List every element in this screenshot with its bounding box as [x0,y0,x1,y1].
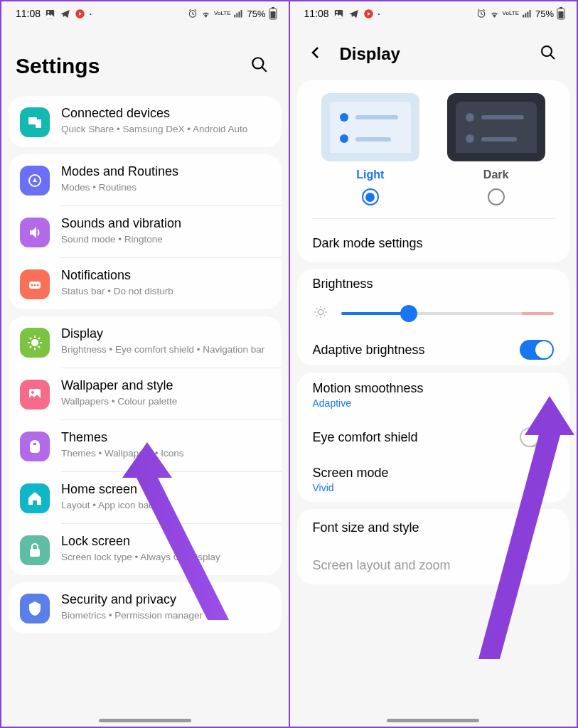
more-dot: • [90,11,92,17]
light-preview-icon [321,93,419,161]
brightness-card: Brightness Adaptive brightness [297,269,570,365]
font-size-row[interactable]: Font size and style [297,509,570,547]
settings-item[interactable]: Themes Themes • Wallpapers • Icons [9,420,282,471]
item-title: Modes and Routines [61,164,270,179]
home-icon [20,483,50,513]
settings-item[interactable]: Connected devices Quick Share • Samsung … [9,96,282,147]
screen-mode-label: Screen mode [313,466,555,481]
item-subtitle: Status bar • Do not disturb [61,285,270,298]
brightness-slider[interactable] [341,312,555,315]
adaptive-brightness-toggle[interactable] [520,340,554,360]
svg-point-14 [37,284,39,287]
motion-smoothness-row[interactable]: Motion smoothness Adaptive [297,373,570,417]
battery-percent: 75% [535,9,554,19]
back-button[interactable] [304,41,327,66]
screen-layout-row[interactable]: Screen layout and zoom [297,547,570,584]
themes-icon [20,432,50,461]
motion-card: Motion smoothness Adaptive Eye comfort s… [297,373,570,502]
item-title: Security and privacy [61,592,270,607]
item-subtitle: Layout • App icon badges [61,499,270,512]
header: Display [290,26,577,80]
page-title: Settings [16,54,100,78]
settings-group: Connected devices Quick Share • Samsung … [9,96,282,147]
settings-item[interactable]: Notifications Status bar • Do not distur… [9,258,282,309]
settings-item[interactable]: Lock screen Screen lock type • Always On… [9,524,282,575]
light-radio[interactable] [362,188,379,205]
brightness-low-icon [313,304,328,323]
clock: 11:08 [304,8,329,19]
eye-comfort-label: Eye comfort shield [313,430,418,445]
item-subtitle: Brightness • Eye comfort shield • Naviga… [61,343,270,356]
battery-percent: 75% [247,9,265,19]
wifi-icon [200,9,211,19]
nav-handle[interactable] [387,719,479,722]
search-icon [250,55,269,74]
dark-theme-option[interactable]: Dark [444,93,548,205]
svg-rect-25 [559,11,564,18]
telegram-icon [60,9,70,19]
dark-mode-settings-row[interactable]: Dark mode settings [297,225,570,262]
item-subtitle: Sound mode • Ringtone [61,233,270,246]
svg-rect-18 [30,549,40,557]
alarm-icon [188,9,198,18]
settings-item[interactable]: Modes and Routines Modes • Routines [9,154,282,205]
settings-item[interactable]: Home screen Layout • App icon badges [9,472,282,523]
search-button[interactable] [245,50,274,82]
screen-mode-row[interactable]: Screen mode Vivid [297,457,570,502]
item-subtitle: Modes • Routines [61,181,270,194]
settings-item[interactable]: Security and privacy Biometrics • Permis… [9,582,282,633]
more-dot: • [378,11,380,17]
battery-icon [557,7,565,20]
page-title: Display [340,44,522,64]
gallery-icon [45,9,55,19]
settings-list[interactable]: Connected devices Quick Share • Samsung … [1,96,289,633]
gallery-icon [333,9,344,19]
svg-point-13 [34,284,36,287]
settings-screen: 11:08 • VoLTE 75% Settings [1,1,290,727]
settings-item[interactable]: Wallpaper and style Wallpapers • Colour … [9,368,282,419]
brightness-label: Brightness [313,277,555,291]
light-theme-option[interactable]: Light [319,93,423,205]
svg-point-15 [31,339,38,346]
battery-icon [269,7,277,20]
item-subtitle: Quick Share • Samsung DeX • Android Auto [61,123,270,136]
settings-group: Security and privacy Biometrics • Permis… [9,582,282,633]
status-bar: 11:08 • VoLTE 75% [290,1,577,26]
item-title: Display [61,326,270,341]
item-title: Notifications [61,268,270,283]
search-button[interactable] [534,38,562,69]
motion-label: Motion smoothness [313,381,555,396]
sound-icon [20,218,50,247]
settings-group: Modes and Routines Modes • Routines Soun… [9,154,282,309]
settings-item[interactable]: Display Brightness • Eye comfort shield … [9,316,282,368]
signal-icon [233,9,244,19]
back-icon [307,44,324,61]
modes-icon [20,166,50,196]
youtube-icon [363,9,374,19]
svg-point-7 [252,58,263,68]
dark-radio[interactable] [488,188,505,205]
nav-handle[interactable] [99,719,191,722]
svg-point-17 [31,391,34,394]
font-card: Font size and style Screen layout and zo… [297,509,570,584]
svg-rect-24 [560,7,562,9]
display-icon [20,328,50,358]
item-title: Sounds and vibration [61,216,270,231]
network-label: VoLTE [503,11,519,16]
item-subtitle: Wallpapers • Colour palette [61,395,270,408]
screen-mode-value: Vivid [313,482,555,493]
header: Settings [1,26,289,96]
eye-comfort-toggle[interactable] [520,427,554,447]
display-screen: 11:08 • VoLTE 75% Display [290,1,577,727]
svg-point-1 [48,11,50,13]
adaptive-brightness-label: Adaptive brightness [313,343,425,358]
alarm-icon [476,9,486,18]
settings-item[interactable]: Sounds and vibration Sound mode • Ringto… [9,206,282,257]
search-icon [540,44,557,61]
dark-preview-icon [447,93,545,161]
item-title: Connected devices [61,106,270,121]
motion-value: Adaptive [313,397,555,409]
svg-rect-5 [272,7,274,9]
svg-point-26 [542,46,552,56]
item-subtitle: Biometrics • Permission manager [61,609,270,622]
